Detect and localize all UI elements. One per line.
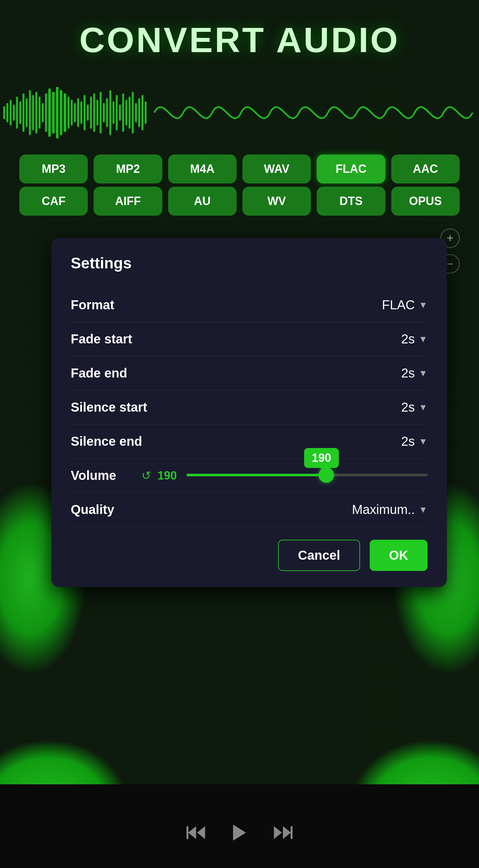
svg-rect-18 — [64, 93, 66, 132]
format-btn-flac[interactable]: FLAC — [317, 154, 385, 183]
svg-rect-46 — [186, 826, 189, 839]
svg-marker-49 — [283, 826, 291, 839]
svg-rect-21 — [74, 103, 76, 122]
format-dropdown[interactable]: FLAC ▼ — [357, 298, 427, 312]
volume-slider-thumb[interactable] — [318, 467, 334, 483]
fade-end-dropdown[interactable]: 2s ▼ — [357, 366, 427, 380]
svg-rect-42 — [141, 95, 143, 130]
svg-rect-11 — [39, 97, 40, 129]
format-btn-aiff[interactable]: AIFF — [94, 187, 162, 216]
svg-rect-12 — [42, 103, 44, 122]
svg-rect-31 — [106, 98, 108, 127]
svg-rect-4 — [16, 97, 18, 129]
settings-quality-row: Quality Maximum.. ▼ — [71, 493, 427, 527]
fade-end-value: 2s — [401, 366, 415, 380]
fade-start-label: Fade start — [71, 332, 132, 346]
dialog-buttons: Cancel OK — [71, 540, 427, 571]
waveform-display — [0, 84, 479, 142]
svg-rect-0 — [3, 106, 5, 119]
svg-rect-2 — [10, 100, 11, 126]
settings-format-row: Format FLAC ▼ — [71, 288, 427, 322]
svg-rect-41 — [138, 98, 140, 127]
format-value: FLAC — [382, 298, 415, 312]
quality-value: Maximum.. — [352, 502, 415, 517]
svg-rect-24 — [83, 95, 85, 130]
svg-rect-25 — [87, 104, 89, 121]
svg-rect-29 — [100, 92, 102, 133]
silence-start-dropdown[interactable]: 2s ▼ — [357, 400, 427, 414]
svg-rect-40 — [135, 103, 137, 122]
svg-rect-15 — [52, 92, 55, 133]
svg-rect-16 — [56, 87, 59, 138]
reset-icon[interactable]: ↺ — [141, 469, 151, 483]
forward-button[interactable] — [273, 825, 293, 841]
svg-rect-43 — [145, 101, 146, 124]
silence-start-dropdown-arrow: ▼ — [418, 402, 427, 412]
settings-fade-end-row: Fade end 2s ▼ — [71, 356, 427, 391]
svg-rect-17 — [60, 90, 62, 135]
fade-start-dropdown[interactable]: 2s ▼ — [357, 332, 427, 346]
ok-button[interactable]: OK — [370, 540, 427, 571]
fade-start-dropdown-arrow: ▼ — [418, 334, 427, 344]
svg-rect-38 — [129, 97, 131, 129]
format-btn-wav[interactable]: WAV — [242, 154, 311, 183]
svg-rect-39 — [132, 92, 134, 133]
svg-rect-7 — [26, 98, 28, 127]
format-row-1: MP3 MP2 M4A WAV FLAC AAC — [19, 154, 460, 183]
svg-rect-6 — [23, 93, 25, 132]
volume-slider-container: 190 — [186, 474, 427, 477]
quality-dropdown[interactable]: Maximum.. ▼ — [352, 502, 427, 517]
silence-end-value: 2s — [401, 434, 415, 448]
volume-slider-track[interactable] — [186, 474, 427, 476]
format-btn-mp2[interactable]: MP2 — [94, 154, 162, 183]
svg-rect-27 — [93, 93, 95, 132]
format-btn-opus[interactable]: OPUS — [391, 187, 460, 216]
settings-dialog: Settings Format FLAC ▼ Fade start 2s ▼ F… — [52, 238, 447, 587]
svg-rect-9 — [32, 95, 34, 130]
svg-rect-36 — [122, 93, 124, 132]
rewind-button[interactable] — [186, 825, 206, 841]
svg-rect-10 — [35, 92, 37, 133]
bottom-strip — [0, 784, 479, 868]
svg-rect-14 — [48, 89, 51, 137]
format-label: Format — [71, 298, 114, 312]
format-btn-aac[interactable]: AAC — [391, 154, 460, 183]
svg-rect-22 — [77, 98, 79, 127]
quality-label: Quality — [71, 502, 114, 517]
svg-rect-37 — [125, 100, 127, 126]
svg-rect-5 — [19, 101, 21, 124]
svg-rect-33 — [112, 101, 114, 124]
cancel-button[interactable]: Cancel — [278, 540, 360, 571]
svg-marker-47 — [233, 825, 246, 841]
silence-end-label: Silence end — [71, 434, 142, 448]
svg-rect-34 — [116, 95, 118, 130]
silence-start-value: 2s — [401, 400, 415, 414]
format-btn-caf[interactable]: CAF — [19, 187, 88, 216]
svg-rect-23 — [80, 101, 82, 124]
svg-rect-20 — [71, 100, 73, 126]
format-btn-m4a[interactable]: M4A — [168, 154, 237, 183]
play-button[interactable] — [232, 823, 247, 842]
volume-number: 190 — [158, 469, 180, 483]
svg-rect-32 — [109, 90, 111, 135]
format-btn-wv[interactable]: WV — [242, 187, 311, 216]
format-btn-au[interactable]: AU — [168, 187, 237, 216]
format-btn-dts[interactable]: DTS — [317, 187, 385, 216]
quality-dropdown-arrow: ▼ — [418, 505, 427, 515]
silence-end-dropdown[interactable]: 2s ▼ — [357, 434, 427, 448]
svg-rect-1 — [6, 103, 8, 122]
settings-silence-end-row: Silence end 2s ▼ — [71, 425, 427, 459]
settings-title: Settings — [71, 254, 427, 272]
format-dropdown-arrow: ▼ — [418, 300, 427, 310]
volume-label: Volume — [71, 468, 135, 483]
svg-rect-13 — [45, 93, 47, 132]
svg-rect-30 — [103, 103, 105, 122]
fade-end-label: Fade end — [71, 366, 127, 380]
format-btn-mp3[interactable]: MP3 — [19, 154, 88, 183]
svg-marker-44 — [188, 826, 196, 839]
svg-rect-35 — [119, 104, 121, 121]
silence-end-dropdown-arrow: ▼ — [418, 436, 427, 447]
settings-silence-start-row: Silence start 2s ▼ — [71, 391, 427, 425]
volume-tooltip: 190 — [304, 448, 339, 468]
playback-controls — [0, 823, 479, 842]
